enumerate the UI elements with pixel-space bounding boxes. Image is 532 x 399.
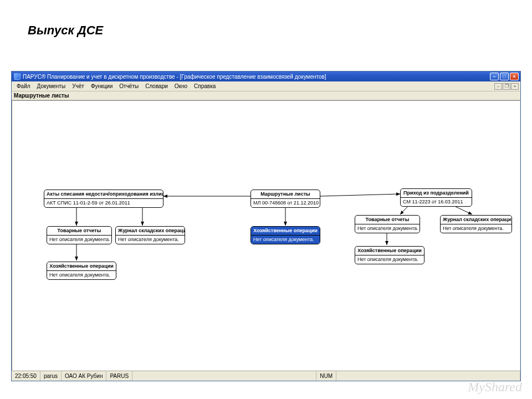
node-body: СМ 11-2223 от 16.03.2011: [401, 198, 472, 206]
node-khozyaystvennye-operatsii-left[interactable]: Хозяйственные операции Нет описателя док…: [47, 262, 116, 280]
menu-help[interactable]: Справка: [191, 83, 219, 89]
svg-line-1: [320, 194, 400, 196]
maximize-button[interactable]: □: [500, 73, 509, 80]
menu-dictionaries[interactable]: Словари: [142, 83, 171, 89]
node-prikhod-iz-podrazdeleniy[interactable]: Приход из подразделений СМ 11-2223 от 16…: [400, 188, 472, 207]
mdi-buttons: – ❐ ×: [494, 83, 520, 90]
node-title: Маршрутные листы: [251, 190, 320, 199]
node-tovarnye-otchety-right[interactable]: Товарные отчеты Нет описателя документа.: [355, 215, 420, 233]
window-title: ПАРУС® Планирование и учет в дискретном …: [23, 74, 489, 80]
menubar: Файл Документы Учёт Функции Отчёты Слова…: [12, 81, 520, 91]
node-body: МЛ 00-748608 от 21.12.2010: [251, 199, 320, 207]
status-org: ОАО АК Рубин: [62, 371, 106, 381]
minimize-button[interactable]: –: [490, 73, 499, 80]
menu-window[interactable]: Окно: [171, 83, 191, 89]
titlebar: ПАРУС® Планирование и учет в дискретном …: [12, 71, 520, 81]
node-title: Приход из подразделений: [401, 189, 472, 198]
app-icon: [14, 73, 21, 80]
document-tab[interactable]: Маршрутные листы: [12, 91, 520, 100]
menu-file[interactable]: Файл: [13, 83, 34, 89]
status-db: PARUS: [106, 371, 132, 381]
status-spacer: [132, 371, 316, 381]
statusbar: 22:05:50 parus ОАО АК Рубин PARUS NUM: [12, 371, 520, 381]
node-marshrutnye-listy[interactable]: Маршрутные листы МЛ 00-748608 от 21.12.2…: [250, 190, 320, 208]
node-body: Нет описателя документа.: [47, 236, 111, 244]
node-akty-spisaniya[interactable]: Акты списания недостач/оприходования изл…: [44, 190, 163, 208]
node-khozyaystvennye-operatsii-right[interactable]: Хозяйственные операции Нет описателя док…: [355, 246, 424, 264]
menu-accounting[interactable]: Учёт: [69, 83, 88, 89]
menu-functions[interactable]: Функции: [88, 83, 116, 89]
node-zhurnal-skladskikh-left[interactable]: Журнал складских операций Нет описателя …: [115, 226, 185, 244]
node-title: Журнал складских операций: [441, 216, 511, 224]
status-time: 22:05:50: [12, 371, 40, 381]
node-title: Журнал складских операций: [116, 227, 185, 236]
node-body: Нет описателя документа.: [251, 236, 320, 244]
node-title: Товарные отчеты: [47, 227, 111, 236]
node-title: Товарные отчеты: [355, 216, 420, 224]
node-khozyaystvennye-operatsii-selected[interactable]: Хозяйственные операции Нет описателя док…: [250, 226, 320, 244]
diagram-canvas[interactable]: Акты списания недостач/оприходования изл…: [12, 100, 520, 371]
node-body: Нет описателя документа.: [355, 255, 424, 264]
status-numlock: NUM: [316, 371, 336, 381]
status-user: parus: [40, 371, 62, 381]
node-title: Хозяйственные операции: [251, 227, 320, 236]
node-title: Акты списания недостач/оприходования изл…: [44, 190, 163, 199]
node-body: Нет описателя документа.: [47, 271, 116, 279]
mdi-minimize-button[interactable]: –: [494, 83, 502, 90]
node-title: Хозяйственные операции: [47, 262, 116, 271]
mdi-restore-button[interactable]: ❐: [503, 83, 510, 90]
node-body: Нет описателя документа.: [116, 236, 185, 244]
node-body: Нет описателя документа.: [355, 224, 420, 233]
node-zhurnal-skladskikh-right[interactable]: Журнал складских операций Нет описателя …: [440, 215, 512, 233]
node-title: Хозяйственные операции: [355, 247, 424, 255]
node-body: Нет описателя документа.: [441, 224, 511, 233]
app-window: ПАРУС® Планирование и учет в дискретном …: [11, 71, 521, 381]
mdi-close-button[interactable]: ×: [511, 83, 519, 90]
menu-documents[interactable]: Документы: [34, 83, 69, 89]
menu-reports[interactable]: Отчёты: [116, 83, 142, 89]
close-button[interactable]: ×: [510, 73, 519, 80]
slide-title: Выпуск ДСЕ: [28, 23, 103, 38]
watermark: MyShared: [468, 380, 522, 395]
node-body: АКТ СПИС 11-01-2-59 от 26.01.2011: [44, 199, 163, 207]
node-tovarnye-otchety-left[interactable]: Товарные отчеты Нет описателя документа.: [47, 226, 112, 244]
